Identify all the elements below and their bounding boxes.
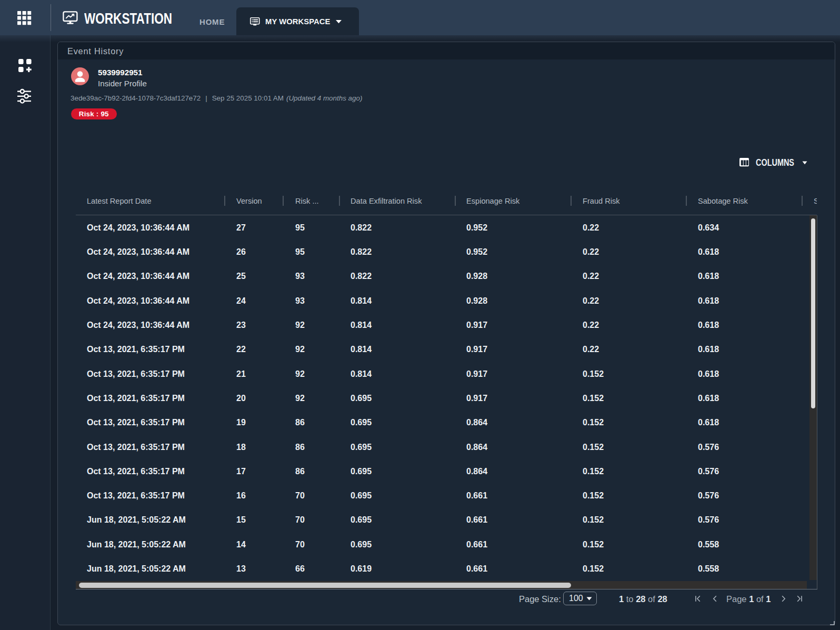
svg-text:WORKSTATION: WORKSTATION [84, 10, 172, 27]
svg-text:COLUMNS: COLUMNS [756, 157, 794, 168]
